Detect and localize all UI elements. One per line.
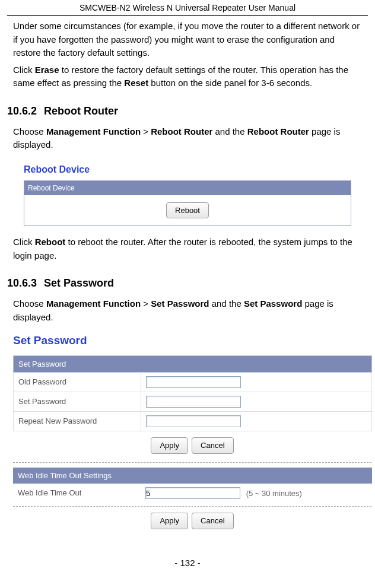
reboot-panel-body: Reboot xyxy=(24,195,351,226)
set-password-term: Set Password xyxy=(151,298,209,309)
idle-timeout-label: Web Idle Time Out xyxy=(13,484,141,503)
intro-paragraph-1: Under some circumstances (for example, i… xyxy=(13,20,362,60)
txt: Choose xyxy=(13,126,46,136)
old-password-label: Old Password xyxy=(14,373,141,392)
idle-timeout-input[interactable] xyxy=(145,487,240,499)
intro-2a: Click xyxy=(13,65,35,75)
txt: and the xyxy=(212,126,247,136)
reset-term: Reset xyxy=(124,78,148,88)
idle-timeout-table: Web Idle Time Out Settings Web Idle Time… xyxy=(13,468,372,503)
txt: Click xyxy=(13,237,35,247)
cancel-button[interactable]: Cancel xyxy=(192,513,233,529)
set-password-figure: Set Password Set Password Old Password S… xyxy=(8,332,375,530)
set-password-table: Set Password Old Password Set Password R… xyxy=(13,355,372,432)
txt: and the xyxy=(209,298,244,309)
set-password-page-term: Set Password xyxy=(244,298,302,309)
setpassword-nav-paragraph: Choose Management Function > Set Passwor… xyxy=(13,297,362,324)
separator xyxy=(13,506,371,507)
manual-title: SMCWEB-N2 Wireless N Universal Repeater … xyxy=(80,3,295,12)
page-content: Under some circumstances (for example, i… xyxy=(0,20,375,530)
page-header: SMCWEB-N2 Wireless N Universal Repeater … xyxy=(7,0,368,16)
txt: > xyxy=(141,298,151,309)
reboot-after-paragraph: Click Reboot to reboot the router. After… xyxy=(13,236,362,262)
reboot-router-page-term: Reboot Router xyxy=(247,126,309,136)
repeat-password-label: Repeat New Password xyxy=(14,412,141,431)
old-password-input[interactable] xyxy=(146,376,241,388)
erase-term: Erase xyxy=(35,65,59,75)
table-row: Old Password xyxy=(14,373,372,392)
reboot-router-term: Reboot Router xyxy=(151,126,212,136)
table-row: Repeat New Password xyxy=(14,412,372,431)
section-setpassword-number: 10.6.3 xyxy=(7,277,37,289)
separator xyxy=(13,462,371,463)
reboot-device-panel: Reboot Device Reboot xyxy=(24,180,351,227)
reboot-nav-paragraph: Choose Management Function > Reboot Rout… xyxy=(13,125,362,152)
repeat-password-input[interactable] xyxy=(146,415,241,427)
intro-2e: button on the side panel for 3-6 seconds… xyxy=(148,78,312,88)
section-reboot-title: Reboot Router xyxy=(44,105,118,117)
intro-text-1: Under some circumstances (for example, i… xyxy=(13,21,360,58)
section-setpassword-heading: 10.6.3Set Password xyxy=(7,275,362,291)
section-setpassword-title: Set Password xyxy=(44,277,114,289)
mgmt-func-term: Management Function xyxy=(46,298,141,309)
intro-paragraph-2: Click Erase to restore the factory defau… xyxy=(13,63,362,90)
apply-button[interactable]: Apply xyxy=(151,437,188,454)
reboot-term: Reboot xyxy=(35,237,66,247)
set-password-input[interactable] xyxy=(146,396,241,408)
cancel-button[interactable]: Cancel xyxy=(192,437,233,454)
set-password-label: Set Password xyxy=(14,392,141,412)
reboot-device-title: Reboot Device xyxy=(24,163,351,177)
apply-button[interactable]: Apply xyxy=(151,513,188,529)
set-password-title: Set Password xyxy=(8,332,375,349)
mgmt-func-term: Management Function xyxy=(46,126,141,136)
section-reboot-heading: 10.6.2Reboot Router xyxy=(7,103,362,119)
page-footer: - 132 - xyxy=(0,557,375,575)
idle-timeout-header: Web Idle Time Out Settings xyxy=(13,468,372,484)
table-row: Web Idle Time Out (5 ~ 30 minutes) xyxy=(13,484,372,503)
txt: Choose xyxy=(13,298,46,309)
table-row: Set Password xyxy=(14,392,372,412)
reboot-button[interactable]: Reboot xyxy=(166,202,209,219)
idle-timeout-hint: (5 ~ 30 minutes) xyxy=(246,489,302,498)
reboot-device-figure: Reboot Device Reboot Device Reboot xyxy=(24,163,351,227)
section-reboot-number: 10.6.2 xyxy=(7,105,37,117)
page-number: - 132 - xyxy=(174,558,200,568)
reboot-panel-header: Reboot Device xyxy=(24,181,351,195)
password-button-row: Apply Cancel xyxy=(8,436,375,455)
set-password-table-header: Set Password xyxy=(14,355,372,373)
idle-button-row: Apply Cancel xyxy=(8,511,375,530)
txt: > xyxy=(141,126,151,136)
